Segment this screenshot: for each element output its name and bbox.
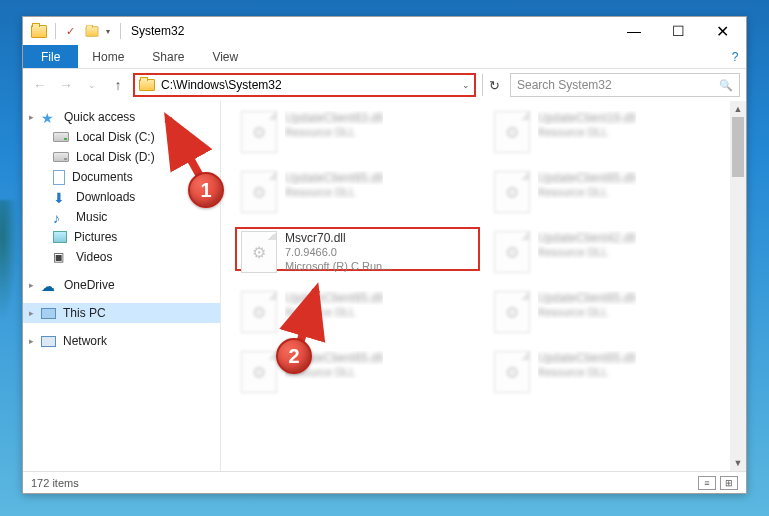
up-button[interactable]: ↑ (107, 74, 129, 96)
file-name: UpdateClient65.dll (285, 291, 383, 305)
sidebar-item-label: Videos (76, 250, 112, 264)
sidebar-item-quick-access[interactable]: ▸★Quick access (23, 107, 220, 127)
sidebar-item-label: Network (63, 334, 107, 348)
scroll-thumb[interactable] (732, 117, 744, 177)
file-detail: Resource DLL (538, 125, 636, 139)
sidebar-item-label: Downloads (76, 190, 135, 204)
file-detail: Resource DLL (538, 245, 636, 259)
window-title: System32 (131, 24, 184, 38)
dll-file-icon: ⚙ (494, 291, 530, 333)
sidebar-item-pictures[interactable]: Pictures (23, 227, 220, 247)
view-details-button[interactable]: ≡ (698, 476, 716, 490)
ribbon-tabs: File Home Share View ? (23, 45, 746, 69)
sidebar-item-music[interactable]: ♪Music (23, 207, 220, 227)
refresh-button[interactable]: ↻ (482, 74, 506, 96)
maximize-button[interactable]: ☐ (656, 17, 700, 45)
help-icon[interactable]: ? (724, 45, 746, 68)
sidebar-item-label: Pictures (74, 230, 117, 244)
sidebar-item-network[interactable]: ▸Network (23, 331, 220, 351)
forward-button[interactable]: → (55, 74, 77, 96)
sidebar-item-local-disk-c-[interactable]: Local Disk (C:) (23, 127, 220, 147)
file-detail: Resource DLL (538, 185, 636, 199)
chevron-right-icon: ▸ (29, 280, 34, 290)
qat-properties-icon[interactable]: ✓ (60, 21, 80, 41)
file-item[interactable]: ⚙UpdateClient63.dllResource DLL (241, 111, 474, 155)
callout-marker-1: 1 (188, 172, 224, 208)
file-name: UpdateClient63.dll (285, 111, 383, 125)
sidebar-item-label: Music (76, 210, 107, 224)
dll-file-icon: ⚙ (494, 351, 530, 393)
file-item[interactable]: ⚙Msvcr70.dll7.0.9466.0Microsoft (R) C Ru… (235, 227, 480, 271)
file-detail: Resource DLL (538, 365, 636, 379)
scroll-up-icon[interactable]: ▲ (730, 101, 746, 117)
file-item[interactable]: ⚙UpdateClient19.dllResource DLL (494, 111, 727, 155)
address-folder-icon (139, 79, 155, 91)
file-detail: Resource DLL (285, 125, 383, 139)
file-list[interactable]: ⚙UpdateClient63.dllResource DLL⚙UpdateCl… (221, 101, 746, 471)
file-item[interactable]: ⚙UpdateClient42.dllResource DLL (494, 231, 727, 275)
title-bar: ✓ ▾ System32 — ☐ ✕ (23, 17, 746, 45)
tab-view[interactable]: View (198, 45, 252, 68)
status-bar: 172 items ≡ ⊞ (23, 471, 746, 493)
sidebar-item-this-pc[interactable]: ▸This PC (23, 303, 220, 323)
chevron-right-icon: ▸ (29, 336, 34, 346)
search-placeholder: Search System32 (517, 78, 719, 92)
file-name: UpdateClient65.dll (538, 351, 636, 365)
search-input[interactable]: Search System32 🔍 (510, 73, 740, 97)
file-detail: Resource DLL (285, 185, 383, 199)
sidebar-item-label: This PC (63, 306, 106, 320)
minimize-button[interactable]: — (612, 17, 656, 45)
file-name: UpdateClient65.dll (538, 291, 636, 305)
file-item[interactable]: ⚙UpdateClient65.dllResource DLL (241, 291, 474, 335)
scrollbar-vertical[interactable]: ▲ ▼ (730, 101, 746, 471)
sidebar-item-label: Local Disk (D:) (76, 150, 155, 164)
recent-dropdown[interactable]: ⌄ (81, 74, 103, 96)
file-item[interactable]: ⚙UpdateClient65.dllResource DLL (494, 291, 727, 335)
address-dropdown-icon[interactable]: ⌄ (462, 80, 470, 90)
sidebar-item-label: Quick access (64, 110, 135, 124)
address-bar[interactable]: C:\Windows\System32 ⌄ (133, 73, 476, 97)
scroll-down-icon[interactable]: ▼ (730, 455, 746, 471)
file-item[interactable]: ⚙UpdateClient65.dllResource DLL (494, 171, 727, 215)
app-icon (29, 21, 49, 41)
navigation-pane: ▸★Quick accessLocal Disk (C:)Local Disk … (23, 101, 221, 471)
tab-home[interactable]: Home (78, 45, 138, 68)
file-item[interactable]: ⚙UpdateClient65.dllResource DLL (494, 351, 727, 395)
sidebar-item-label: OneDrive (64, 278, 115, 292)
tab-share[interactable]: Share (138, 45, 198, 68)
address-path[interactable]: C:\Windows\System32 (161, 78, 456, 92)
file-name: UpdateClient65.dll (285, 171, 383, 185)
file-name: UpdateClient19.dll (538, 111, 636, 125)
view-icons-button[interactable]: ⊞ (720, 476, 738, 490)
sidebar-item-label: Local Disk (C:) (76, 130, 155, 144)
dll-file-icon: ⚙ (494, 111, 530, 153)
chevron-right-icon: ▸ (29, 308, 34, 318)
dll-file-icon: ⚙ (241, 171, 277, 213)
file-name: Msvcr70.dll (285, 231, 391, 245)
callout-marker-2: 2 (276, 338, 312, 374)
sidebar-item-videos[interactable]: ▣Videos (23, 247, 220, 267)
qat-customize-icon[interactable]: ▾ (106, 27, 110, 36)
dll-file-icon: ⚙ (241, 291, 277, 333)
close-button[interactable]: ✕ (700, 17, 744, 45)
dll-file-icon: ⚙ (494, 171, 530, 213)
status-item-count: 172 items (31, 477, 79, 489)
file-name: UpdateClient65.dll (538, 171, 636, 185)
chevron-right-icon: ▸ (29, 112, 34, 122)
file-detail: Microsoft (R) C Run... (285, 259, 391, 273)
back-button[interactable]: ← (29, 74, 51, 96)
file-detail: 7.0.9466.0 (285, 245, 391, 259)
file-explorer-window: ✓ ▾ System32 — ☐ ✕ File Home Share View … (22, 16, 747, 494)
qat-newfolder-icon[interactable] (82, 21, 102, 41)
dll-file-icon: ⚙ (241, 231, 277, 273)
file-detail: Resource DLL (285, 305, 383, 319)
dll-file-icon: ⚙ (494, 231, 530, 273)
file-name: UpdateClient42.dll (538, 231, 636, 245)
dll-file-icon: ⚙ (241, 351, 277, 393)
sidebar-item-label: Documents (72, 170, 133, 184)
file-item[interactable]: ⚙UpdateClient65.dllResource DLL (241, 171, 474, 215)
dll-file-icon: ⚙ (241, 111, 277, 153)
sidebar-item-onedrive[interactable]: ▸☁OneDrive (23, 275, 220, 295)
tab-file[interactable]: File (23, 45, 78, 68)
sidebar-item-local-disk-d-[interactable]: Local Disk (D:) (23, 147, 220, 167)
